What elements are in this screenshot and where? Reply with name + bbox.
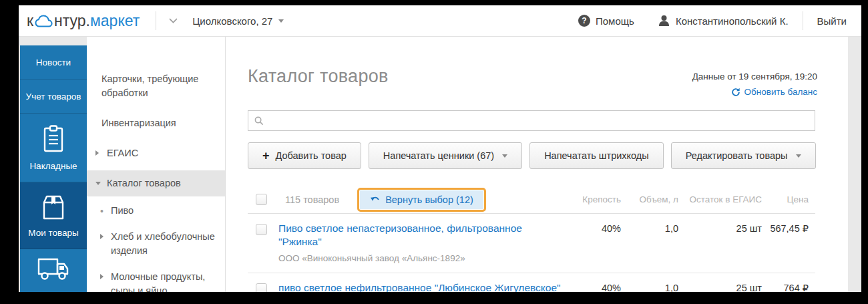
table-header: 115 товаров Вернуть выбор (12) Крепость … xyxy=(248,186,815,214)
chevron-right-icon xyxy=(100,234,103,239)
subnav-item-label: Хлеб и хлебобулочные изделия xyxy=(111,231,215,256)
chevron-right-icon xyxy=(100,274,103,279)
topbar: к нтур. маркет Циолковского, 27 ? Помощь xyxy=(19,5,861,37)
user-name: Константинопольский К. xyxy=(676,15,789,27)
main-panel: Каталог товаров Данные от 19 сентября, 1… xyxy=(225,37,848,292)
print-price-tags-button[interactable]: Напечатать ценники (67) xyxy=(369,142,522,169)
plus-icon: + xyxy=(262,150,270,162)
products-table: 115 товаров Вернуть выбор (12) Крепость … xyxy=(248,186,815,292)
logo-text-mid: нтур. xyxy=(54,12,90,30)
person-icon xyxy=(658,15,670,27)
row-checkbox[interactable] xyxy=(256,283,267,292)
sidebar-item-accounting[interactable]: Учет товаров xyxy=(20,80,87,114)
search-box[interactable] xyxy=(248,110,815,131)
chevron-right-icon xyxy=(95,150,99,156)
box-icon xyxy=(39,194,68,220)
cell-strength: 40% xyxy=(568,222,621,263)
search-input[interactable] xyxy=(269,115,809,127)
app-window: к нтур. маркет Циолковского, 27 ? Помощь xyxy=(19,5,861,292)
subnav-item-label: ЕГАИС xyxy=(107,148,138,158)
print-price-tags-label: Напечатать ценники (67) xyxy=(383,150,494,161)
help-button[interactable]: ? Помощь xyxy=(578,15,634,27)
clipboard-icon xyxy=(40,124,67,154)
topbar-divider xyxy=(156,11,156,30)
chevron-down-icon xyxy=(95,182,101,185)
refresh-label: Обновить баланс xyxy=(744,87,817,97)
subnav-item-label: Инвентаризация xyxy=(101,118,176,128)
sidebar-item-deliveries[interactable] xyxy=(20,249,87,292)
subnav-item-bread[interactable]: Хлеб и хлебобулочные изделия xyxy=(87,225,225,263)
annotation-highlight: Вернуть выбор (12) xyxy=(357,188,486,212)
chevron-down-icon xyxy=(502,154,507,158)
sidebar-item-label: Мои товары xyxy=(28,228,78,238)
refresh-balance-link[interactable]: Обновить баланс xyxy=(692,87,817,97)
page-title: Каталог товаров xyxy=(248,66,389,87)
data-date: Данные от 19 сентября, 19:20 xyxy=(692,71,817,82)
table-row: Пиво светлое непастеризованное, фильтров… xyxy=(248,214,815,273)
select-all-checkbox[interactable] xyxy=(256,194,267,205)
logout-button[interactable]: Выйти xyxy=(817,15,847,27)
row-checkbox[interactable] xyxy=(256,224,267,235)
edit-products-button[interactable]: Редактировать товары xyxy=(671,142,816,169)
chevron-down-icon[interactable] xyxy=(169,18,178,23)
toolbar: + Добавить товар Напечатать ценники (67)… xyxy=(248,142,816,169)
subnav-item-cards-to-process[interactable]: Карточки, требующие обработки xyxy=(87,66,225,106)
logo-text-accent: маркет xyxy=(90,12,140,30)
logo[interactable]: к нтур. маркет xyxy=(27,12,140,30)
subnav-item-label: Молочные продукты, сыры и яйцо xyxy=(111,271,205,292)
undo-icon xyxy=(370,196,380,204)
data-info: Данные от 19 сентября, 19:20 Обновить ба… xyxy=(692,71,817,97)
secondary-nav: Карточки, требующие обработки Инвентариз… xyxy=(87,37,225,292)
location-label: Циолковского, 27 xyxy=(192,15,272,27)
subnav-item-dairy[interactable]: Молочные продукты, сыры и яйцо xyxy=(87,265,225,292)
product-producer: ООО «Виноконьячный завод «Альянс-1892» xyxy=(278,253,568,263)
logo-text-prefix: к xyxy=(27,12,33,30)
product-name-link[interactable]: Пиво светлое непастеризованное, фильтров… xyxy=(278,222,568,249)
bullet-icon: • xyxy=(100,208,103,214)
product-name-link[interactable]: пиво светлое нефильтрованное "Любинское … xyxy=(278,281,568,292)
table-row: пиво светлое нефильтрованное "Любинское … xyxy=(248,273,815,292)
restore-selection-label: Вернуть выбор (12) xyxy=(385,194,473,205)
print-barcodes-button[interactable]: Напечатать штрихкоды xyxy=(529,142,664,169)
help-label: Помощь xyxy=(596,15,634,27)
restore-selection-button[interactable]: Вернуть выбор (12) xyxy=(360,190,483,209)
location-selector[interactable]: Циолковского, 27 xyxy=(192,15,284,27)
column-header-egais: Остаток в ЕГАИС xyxy=(678,194,762,204)
subnav-item-label: Карточки, требующие обработки xyxy=(101,73,198,98)
edit-products-label: Редактировать товары xyxy=(686,150,788,161)
products-count: 115 товаров xyxy=(285,194,339,205)
sidebar-item-label: Учет товаров xyxy=(26,92,81,102)
cell-volume: 1,0 xyxy=(621,222,678,263)
subnav-item-beer[interactable]: • Пиво xyxy=(87,199,225,222)
print-barcodes-label: Напечатать штрихкоды xyxy=(544,150,649,161)
user-menu[interactable]: Константинопольский К. xyxy=(658,15,789,27)
subnav-item-label: Пиво xyxy=(111,205,134,216)
sidebar-item-label: Новости xyxy=(36,57,71,67)
add-product-label: Добавить товар xyxy=(276,150,347,161)
subnav-item-label: Каталог товаров xyxy=(107,178,181,188)
topbar-divider xyxy=(803,11,803,30)
sidebar-item-invoices[interactable]: Накладные xyxy=(20,114,87,182)
sidebar-item-news[interactable]: Новости xyxy=(20,45,87,80)
subnav-item-egais[interactable]: ЕГАИС xyxy=(87,140,225,166)
search-icon xyxy=(254,116,264,126)
chevron-down-icon xyxy=(796,154,801,158)
column-header-price: Цена xyxy=(762,194,815,204)
sidebar-item-label: Накладные xyxy=(29,161,77,171)
cell-volume: 1,0 xyxy=(621,281,678,292)
cell-price: 567,45 ₽ xyxy=(762,222,815,263)
column-header-strength: Крепость xyxy=(568,194,621,204)
add-product-button[interactable]: + Добавить товар xyxy=(248,142,361,169)
cell-price: 764 ₽ xyxy=(762,281,815,292)
subnav-item-catalog[interactable]: Каталог товаров xyxy=(87,170,225,196)
cell-egais: 25 шт xyxy=(678,222,762,263)
truck-icon xyxy=(36,255,71,282)
sidebar-item-my-goods[interactable]: Мои товары xyxy=(20,182,87,249)
question-icon: ? xyxy=(578,15,590,27)
column-header-volume: Объем, л xyxy=(621,194,678,204)
refresh-icon xyxy=(731,88,740,97)
subnav-item-inventory[interactable]: Инвентаризация xyxy=(87,110,225,136)
primary-sidebar: Новости Учет товаров Накладные Мои товар… xyxy=(20,45,87,292)
chevron-down-icon xyxy=(278,19,284,23)
cell-egais: 25 шт xyxy=(678,281,762,292)
